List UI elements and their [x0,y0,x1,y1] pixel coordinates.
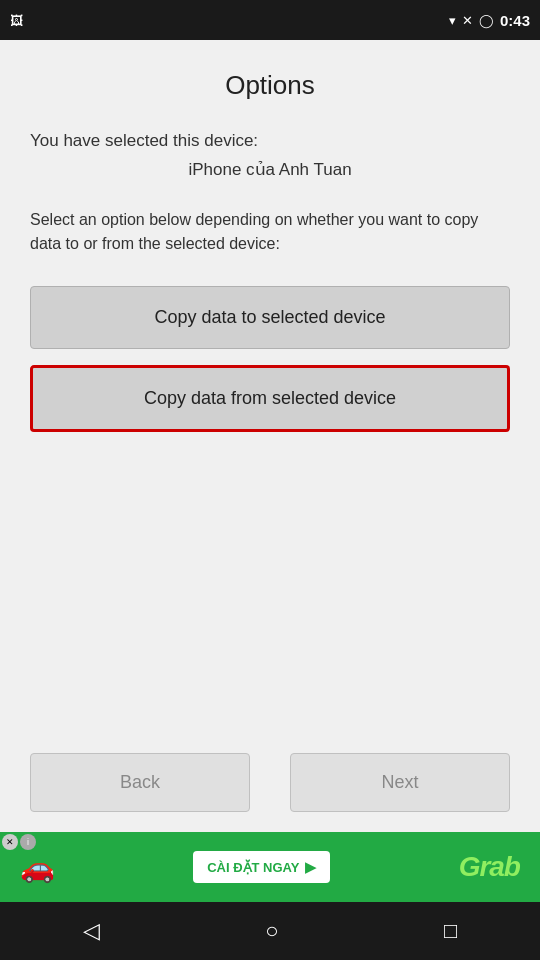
ad-close-button[interactable]: ✕ [2,834,18,850]
ad-info-button[interactable]: i [20,834,36,850]
status-bar: 🖼 ▾ ✕ ◯ 0:43 [0,0,540,40]
ad-car-icon: 🚗 [20,851,55,884]
battery-icon: ◯ [479,13,494,28]
next-button[interactable]: Next [290,753,510,812]
status-time: 0:43 [500,12,530,29]
ad-logo: Grab [459,851,520,883]
ad-banner: ✕ i 🚗 CÀI ĐẶT NGAY ▶ Grab [0,832,540,902]
android-nav-bar: ◁ ○ □ [0,902,540,960]
bottom-navigation: Back Next [0,733,540,832]
ad-logo-text: Grab [459,851,520,882]
android-back-button[interactable]: ◁ [63,910,120,952]
status-bar-right: ▾ ✕ ◯ 0:43 [449,12,530,29]
selected-device-label: You have selected this device: [30,131,510,151]
wifi-icon: ▾ [449,13,456,28]
back-button[interactable]: Back [30,753,250,812]
copy-from-button[interactable]: Copy data from selected device [30,365,510,432]
page-title: Options [30,70,510,101]
device-name: iPhone của Anh Tuan [30,159,510,180]
gallery-icon: 🖼 [10,13,23,28]
android-home-button[interactable]: ○ [245,910,298,952]
instruction-text: Select an option below depending on whet… [30,208,510,256]
status-bar-left: 🖼 [10,13,23,28]
ad-cta-arrow: ▶ [305,859,316,875]
ad-cta-label: CÀI ĐẶT NGAY [207,860,299,875]
main-content: Options You have selected this device: i… [0,40,540,733]
ad-cta-button[interactable]: CÀI ĐẶT NGAY ▶ [193,851,330,883]
signal-icon: ✕ [462,13,473,28]
copy-to-button[interactable]: Copy data to selected device [30,286,510,349]
android-recent-button[interactable]: □ [424,910,477,952]
